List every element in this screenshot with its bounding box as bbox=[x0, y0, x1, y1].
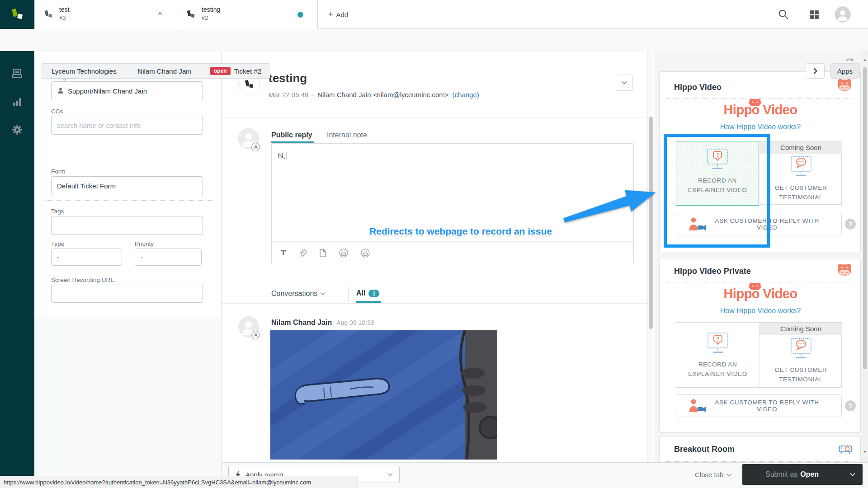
coming-soon-badge: Coming Soon bbox=[760, 323, 842, 335]
ccs-input[interactable] bbox=[57, 122, 197, 129]
help-icon[interactable]: ? bbox=[845, 219, 856, 230]
top-tab-bar: test #3 × testing #2 + Add bbox=[0, 0, 868, 29]
submit-options-caret[interactable] bbox=[842, 464, 863, 485]
breadcrumb-requester[interactable]: Nilam Chand Jain bbox=[127, 63, 202, 79]
hippo-app-icon[interactable] bbox=[339, 248, 349, 258]
priority-value: - bbox=[141, 253, 143, 261]
chevron-down-icon bbox=[320, 292, 326, 296]
assignee-select[interactable]: Support/Nilam Chand Jain bbox=[51, 81, 203, 100]
ticket-tab-testing-2[interactable]: testing #2 bbox=[176, 0, 318, 29]
attached-image[interactable] bbox=[270, 330, 497, 460]
sidebar-scrollbar[interactable]: ▲ ▼ bbox=[862, 51, 868, 462]
how-it-works-link[interactable]: How Hippo Video works? bbox=[660, 307, 861, 315]
hippo-private-app-icon[interactable] bbox=[360, 248, 370, 258]
section-title: Breakout Room bbox=[674, 445, 735, 454]
views-icon[interactable] bbox=[11, 68, 23, 80]
screen-recording-input[interactable] bbox=[57, 290, 197, 298]
divider bbox=[43, 153, 212, 153]
org-label: Lyceum Technologies bbox=[52, 67, 116, 75]
main-scrollbar[interactable] bbox=[647, 51, 653, 462]
attachment-icon[interactable] bbox=[297, 249, 307, 258]
ask-customer-video-button[interactable]: ASK CUSTOMER TO REPLY WITH VIDEO bbox=[676, 394, 842, 417]
hippo-video-logo: Hippo Video bbox=[660, 286, 861, 301]
close-tab-icon[interactable]: × bbox=[158, 9, 162, 18]
section-title: Hippo Video bbox=[674, 83, 722, 92]
divider bbox=[348, 287, 349, 302]
filter-all-tab[interactable]: All 3 bbox=[356, 289, 379, 297]
close-tab-control[interactable]: Close tab bbox=[695, 471, 731, 479]
ask-customer-video-button[interactable]: ASK CUSTOMER TO REPLY WITH VIDEO bbox=[676, 213, 842, 235]
reports-icon[interactable] bbox=[11, 96, 23, 108]
get-testimonial-card[interactable]: Coming Soon GET CUSTOMER TESTIMONIAL bbox=[759, 141, 842, 204]
submit-as-open-button[interactable]: Submit as Open bbox=[742, 464, 842, 485]
hippo-logo-head-icon bbox=[748, 282, 762, 290]
priority-label: Priority bbox=[135, 240, 154, 247]
priority-select[interactable]: - bbox=[135, 249, 202, 266]
tab-number: #3 bbox=[59, 14, 66, 21]
conversations-label: Conversations bbox=[271, 290, 317, 298]
collapse-conversation-button[interactable] bbox=[616, 75, 633, 91]
user-avatar[interactable] bbox=[835, 6, 851, 23]
testimonial-card-label: GET CUSTOMER TESTIMONIAL bbox=[765, 365, 837, 384]
conversations-dropdown[interactable]: Conversations bbox=[271, 290, 326, 298]
text-caret bbox=[287, 152, 288, 160]
apps-button[interactable]: Apps bbox=[830, 63, 860, 79]
record-explainer-card[interactable]: ? RECORD AN EXPLAINER VIDEO bbox=[676, 323, 759, 387]
ccs-input-wrap bbox=[51, 116, 203, 135]
scroll-up-arrow[interactable]: ▲ bbox=[862, 57, 868, 62]
how-it-works-link[interactable]: How Hippo Video works? bbox=[660, 123, 861, 131]
ticket-icon bbox=[185, 9, 196, 20]
tab-public-reply[interactable]: Public reply bbox=[271, 131, 312, 139]
tab-number: #2 bbox=[202, 14, 208, 21]
ask-button-label: ASK CUSTOMER TO REPLY WITH VIDEO bbox=[706, 399, 828, 413]
person-outline-icon bbox=[253, 145, 258, 150]
search-icon[interactable] bbox=[778, 9, 789, 20]
record-card-label: RECORD AN EXPLAINER VIDEO bbox=[681, 176, 754, 195]
form-select[interactable]: Default Ticket Form bbox=[51, 176, 203, 195]
ticket-tab-test-3[interactable]: test #3 × bbox=[34, 0, 176, 29]
collapse-apps-button[interactable] bbox=[806, 63, 825, 79]
scroll-down-arrow[interactable]: ▼ bbox=[862, 450, 868, 454]
type-label: Type bbox=[51, 240, 64, 247]
apps-grid-icon[interactable] bbox=[809, 9, 820, 20]
ticket-properties-panel: Assignee* take it Support/Nilam Chand Ja… bbox=[34, 51, 222, 488]
sidebar-scrollbar-thumb[interactable] bbox=[863, 67, 867, 369]
tab-title: test bbox=[59, 6, 70, 13]
link-preview-statusbar: https://www.hippovideo.io/video/home?aut… bbox=[0, 476, 358, 488]
hippo-video-private-panel: Hippo Video Private Hippo Video How Hipp… bbox=[659, 259, 861, 433]
tab-internal-note[interactable]: Internal note bbox=[327, 131, 367, 139]
message-author: Nilam Chand Jain bbox=[271, 319, 332, 327]
form-label: Form bbox=[51, 168, 66, 175]
document-icon[interactable] bbox=[318, 249, 327, 258]
monitor-question-icon: ? bbox=[705, 332, 731, 354]
ticket-icon bbox=[43, 9, 54, 20]
divider bbox=[222, 303, 647, 304]
add-tab-button[interactable]: + Add bbox=[328, 7, 348, 22]
main-scrollbar-thumb[interactable] bbox=[649, 117, 653, 329]
ticket-requester: Nilam Chand Jain <nilam@lyceuminc.com> bbox=[317, 91, 448, 99]
hippo-face-icon bbox=[837, 78, 852, 92]
tags-input[interactable] bbox=[57, 222, 197, 230]
get-testimonial-card[interactable]: Coming Soon GET CUSTOMER TESTIMONIAL bbox=[759, 323, 842, 387]
record-explainer-card[interactable]: ? RECORD AN EXPLAINER VIDEO bbox=[676, 141, 759, 206]
type-select[interactable]: - bbox=[51, 249, 122, 266]
all-label: All bbox=[356, 289, 365, 297]
change-requester-link[interactable]: (change) bbox=[453, 91, 479, 99]
person-icon bbox=[57, 87, 64, 94]
zendesk-logo[interactable] bbox=[0, 0, 34, 29]
question-glyph: ? bbox=[849, 221, 853, 228]
monitor-chat-icon bbox=[788, 155, 814, 178]
active-filter-underline bbox=[356, 301, 381, 303]
breadcrumb-org[interactable]: Lyceum Technologies bbox=[41, 63, 127, 79]
text-format-icon[interactable]: T bbox=[281, 249, 286, 258]
help-icon[interactable]: ? bbox=[845, 400, 856, 411]
action-cards: ? RECORD AN EXPLAINER VIDEO Coming Soon … bbox=[676, 322, 842, 388]
breakout-room-panel: Breakout Room bbox=[659, 436, 861, 462]
breadcrumb-ticket[interactable]: open Ticket #2 bbox=[202, 63, 270, 79]
monitor-chat-icon bbox=[788, 337, 814, 360]
tags-label: Tags bbox=[51, 208, 64, 215]
settings-gear-icon[interactable] bbox=[11, 124, 23, 136]
submit-as-label: Submit as bbox=[765, 470, 797, 479]
main-navigation bbox=[0, 29, 34, 488]
plus-icon: + bbox=[328, 10, 333, 19]
